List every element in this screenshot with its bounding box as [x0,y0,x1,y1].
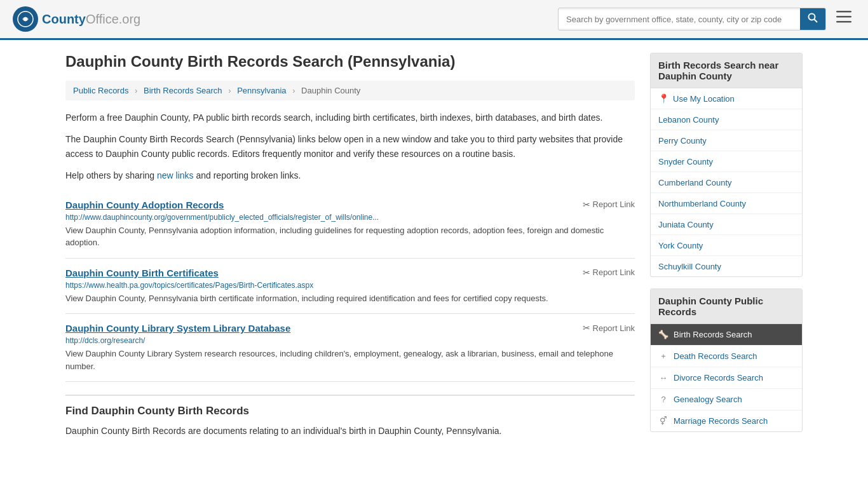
report-link[interactable]: ✂ Report Link [583,200,635,210]
report-icon: ✂ [583,200,590,210]
nearby-county-item: Northumberland County [651,193,802,214]
svg-rect-5 [836,16,851,18]
record-url[interactable]: https://www.health.pa.gov/topics/certifi… [65,281,635,290]
nearby-county-link[interactable]: Cumberland County [658,178,732,187]
find-description: Dauphin County Birth Records are documen… [65,424,635,438]
record-url[interactable]: http://www.dauphincounty.org/government/… [65,213,635,222]
menu-button[interactable] [832,8,855,30]
nearby-county-link[interactable]: York County [658,241,703,250]
svg-point-2 [809,14,815,20]
nearby-county-item: Cumberland County [651,172,802,193]
record-title[interactable]: Dauphin County Birth Certificates [65,268,219,278]
nearby-county-link[interactable]: Juniata County [658,220,714,229]
svg-point-1 [24,17,27,21]
content-area: Dauphin County Birth Records Search (Pen… [65,53,635,445]
nearby-county-link[interactable]: Lebanon County [658,115,719,125]
record-item: Dauphin County Library System Library Da… [65,314,635,382]
svg-rect-6 [836,21,851,23]
record-desc: View Dauphin County Library System resea… [65,348,635,372]
nearby-county-item: Schuylkill County [651,256,802,276]
nearby-county-item: Juniata County [651,214,802,235]
record-item-header: Dauphin County Adoption Records ✂ Report… [65,200,635,210]
nearby-title: Birth Records Search near Dauphin County [651,53,802,88]
public-record-link[interactable]: Divorce Records Search [674,373,763,383]
main-container: Dauphin County Birth Records Search (Pen… [53,40,815,458]
page-title: Dauphin County Birth Records Search (Pen… [65,53,635,71]
search-bar [558,8,826,30]
nearby-county-link[interactable]: Snyder County [658,157,713,166]
public-record-item[interactable]: +Death Records Search [651,346,802,367]
nearby-county-item: Lebanon County [651,109,802,130]
record-desc: View Dauphin County, Pennsylvania adopti… [65,224,635,249]
nearby-county-link[interactable]: Schuylkill County [658,262,721,271]
breadcrumb-current: Dauphin County [301,86,360,95]
death-icon: + [658,351,668,361]
birth-icon: 🦴 [658,330,668,339]
record-item: Dauphin County Birth Certificates ✂ Repo… [65,259,635,315]
report-link[interactable]: ✂ Report Link [583,268,635,278]
public-record-link[interactable]: Birth Records Search [674,330,752,339]
nearby-county-item: Snyder County [651,151,802,172]
new-links-link[interactable]: new links [157,170,194,180]
find-title: Find Dauphin County Birth Records [65,405,635,417]
description-3: Help others by sharing new links and rep… [65,168,635,182]
nearby-county-item: Perry County [651,130,802,151]
public-records-box: Dauphin County Public Records 🦴Birth Rec… [650,288,803,432]
nearby-box: Birth Records Search near Dauphin County… [650,53,803,277]
public-record-link[interactable]: Death Records Search [674,351,757,361]
find-section: Find Dauphin County Birth Records Dauphi… [65,395,635,438]
site-header: CountyOffice.org [0,0,868,40]
record-desc: View Dauphin County, Pennsylvania birth … [65,292,635,305]
report-link[interactable]: ✂ Report Link [583,323,635,333]
breadcrumb-birth-records[interactable]: Birth Records Search [144,86,222,95]
divorce-icon: ↔ [658,373,668,383]
sidebar: Birth Records Search near Dauphin County… [650,53,803,445]
logo-text: CountyOffice.org [42,12,140,27]
report-icon: ✂ [583,268,590,278]
record-item-header: Dauphin County Birth Certificates ✂ Repo… [65,268,635,278]
use-location-item: 📍 Use My Location [651,88,802,109]
breadcrumb: Public Records › Birth Records Search › … [65,81,635,100]
description-1: Perform a free Dauphin County, PA public… [65,111,635,125]
record-icon: ⚥ [658,416,668,426]
public-record-item[interactable]: ?Genealogy Search [651,389,802,410]
breadcrumb-pennsylvania[interactable]: Pennsylvania [237,86,286,95]
genealogy-icon: ? [658,395,668,404]
public-records-list: 🦴Birth Records Search+Death Records Sear… [651,324,802,431]
record-title[interactable]: Dauphin County Adoption Records [65,200,224,210]
header-right [558,8,855,30]
logo-area: CountyOffice.org [13,6,140,32]
record-item: Dauphin County Adoption Records ✂ Report… [65,191,635,259]
nearby-county-link[interactable]: Perry County [658,136,707,146]
public-records-title: Dauphin County Public Records [651,289,802,324]
nearby-list: Lebanon CountyPerry CountySnyder CountyC… [651,109,802,276]
public-record-link[interactable]: Marriage Records Search [674,416,768,426]
public-record-item[interactable]: 🦴Birth Records Search [651,324,802,346]
breadcrumb-public-records[interactable]: Public Records [73,86,128,95]
record-url[interactable]: http://dcls.org/research/ [65,336,635,345]
location-icon: 📍 [658,93,669,104]
search-input[interactable] [559,10,800,29]
public-record-item[interactable]: ⚥Marriage Records Search [651,410,802,431]
search-button[interactable] [800,8,825,30]
svg-line-3 [815,20,818,23]
report-icon: ✂ [583,323,590,333]
use-location-link[interactable]: Use My Location [673,94,735,104]
record-list: Dauphin County Adoption Records ✂ Report… [65,191,635,383]
public-record-link[interactable]: Genealogy Search [674,395,742,404]
svg-rect-4 [836,11,851,13]
public-record-item[interactable]: ↔Divorce Records Search [651,367,802,389]
description-2: The Dauphin County Birth Records Search … [65,132,635,161]
nearby-county-item: York County [651,235,802,256]
record-title[interactable]: Dauphin County Library System Library Da… [65,323,290,334]
nearby-county-link[interactable]: Northumberland County [658,199,746,208]
record-item-header: Dauphin County Library System Library Da… [65,323,635,334]
logo-icon [13,6,38,32]
